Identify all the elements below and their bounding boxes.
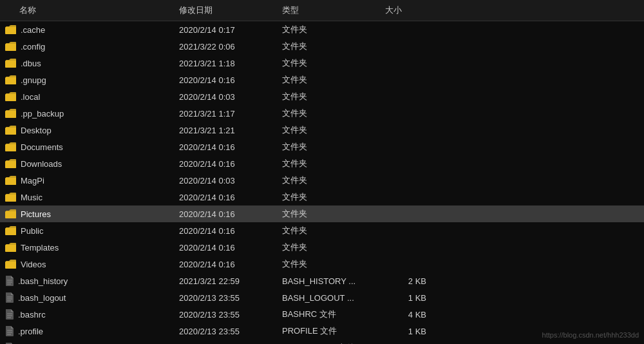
cell-extra — [431, 280, 644, 282]
table-row[interactable]: Downloads2020/2/14 0:16文件夹 — [0, 155, 644, 172]
col-name[interactable]: 名称 — [0, 3, 174, 18]
table-row[interactable]: .cache2020/2/14 0:17文件夹 — [0, 21, 644, 38]
cell-date: 2020/2/14 0:16 — [174, 158, 277, 170]
table-row[interactable]: Documents2020/2/14 0:16文件夹 — [0, 139, 644, 155]
folder-icon — [5, 126, 17, 135]
cell-size: 1 KB — [380, 342, 431, 345]
cell-extra — [431, 129, 644, 131]
table-body[interactable]: .cache2020/2/14 0:17文件夹 .config2021/3/22… — [0, 21, 644, 344]
table-row[interactable]: .bash_history2021/3/21 22:59BASH_HISTORY… — [0, 272, 644, 289]
table-row[interactable]: .dbus2021/3/21 1:18文件夹 — [0, 55, 644, 72]
file-name: Templates — [21, 243, 59, 253]
table-row[interactable]: .gnupg2020/2/14 0:16文件夹 — [0, 72, 644, 88]
cell-extra — [431, 28, 644, 31]
cell-name: Videos — [0, 258, 174, 271]
cell-date: 2020/2/14 0:03 — [174, 91, 277, 103]
cell-name: Pictures — [0, 208, 174, 220]
cell-type: XAUTHORITY 文件 — [277, 341, 380, 344]
cell-size — [380, 112, 431, 115]
table-row[interactable]: Videos2020/2/14 0:16文件夹 — [0, 256, 644, 272]
cell-size — [380, 95, 431, 98]
cell-date: 2020/2/14 0:16 — [174, 208, 277, 220]
cell-name: .pp_backup — [0, 108, 174, 120]
table-row[interactable]: Music2020/2/14 0:16文件夹 — [0, 189, 644, 205]
cell-size — [380, 246, 431, 249]
watermark: https://blog.csdn.net/hhh233dd — [542, 331, 639, 339]
cell-size — [380, 45, 431, 48]
file-icon — [5, 292, 14, 303]
cell-date: 2020/2/13 23:55 — [174, 309, 277, 321]
col-type[interactable]: 类型 — [277, 3, 380, 18]
table-row[interactable]: .bash_logout2020/2/13 23:55BASH_LOGOUT .… — [0, 289, 644, 306]
folder-icon — [5, 109, 17, 118]
file-name: Music — [21, 193, 43, 202]
cell-extra — [431, 179, 644, 182]
cell-extra — [431, 246, 644, 249]
file-icon — [5, 276, 14, 286]
cell-name: Desktop — [0, 124, 174, 137]
table-row[interactable]: .pp_backup2021/3/21 1:17文件夹 — [0, 105, 644, 122]
cell-type: 文件夹 — [277, 90, 380, 104]
cell-name: MagPi — [0, 175, 174, 187]
cell-type: 文件夹 — [277, 224, 380, 238]
folder-icon — [5, 176, 17, 185]
file-icon — [5, 326, 14, 336]
table-row[interactable]: .bashrc2020/2/13 23:55BASHRC 文件4 KB — [0, 306, 644, 323]
table-row[interactable]: Desktop2021/3/21 1:21文件夹 — [0, 122, 644, 139]
file-name: .dbus — [21, 59, 41, 68]
cell-type: 文件夹 — [277, 240, 380, 254]
cell-date: 2020/2/14 0:16 — [174, 258, 277, 271]
file-name: Documents — [21, 142, 63, 152]
cell-extra — [431, 62, 644, 64]
cell-size: 4 KB — [380, 309, 431, 321]
cell-type: 文件夹 — [277, 106, 380, 120]
cell-extra — [431, 162, 644, 165]
cell-type: 文件夹 — [277, 23, 380, 37]
file-name: Public — [21, 226, 43, 236]
cell-date: 2020/2/14 0:16 — [174, 225, 277, 237]
cell-name: .dbus — [0, 57, 174, 70]
cell-size — [380, 213, 431, 215]
cell-extra — [431, 45, 644, 48]
table-row[interactable]: .Xauthority2021/3/21 22:18XAUTHORITY 文件1… — [0, 339, 644, 344]
cell-size — [380, 263, 431, 265]
cell-name: Downloads — [0, 158, 174, 170]
cell-date: 2020/2/14 0:16 — [174, 141, 277, 153]
col-extra — [431, 3, 644, 18]
cell-type: 文件夹 — [277, 123, 380, 137]
cell-size: 1 KB — [380, 325, 431, 338]
cell-date: 2021/3/21 22:59 — [174, 275, 277, 287]
table-row[interactable]: Templates2020/2/14 0:16文件夹 — [0, 239, 644, 256]
file-name: .gnupg — [21, 75, 46, 85]
cell-name: .bash_logout — [0, 291, 174, 304]
cell-type: 文件夹 — [277, 257, 380, 271]
cell-date: 2021/3/21 1:21 — [174, 124, 277, 137]
file-name: .bash_history — [18, 276, 68, 286]
cell-extra — [431, 229, 644, 232]
cell-date: 2020/2/13 23:55 — [174, 292, 277, 304]
folder-icon — [5, 260, 17, 269]
table-row[interactable]: .config2021/3/22 0:06文件夹 — [0, 38, 644, 55]
table-row[interactable]: MagPi2020/2/14 0:03文件夹 — [0, 172, 644, 189]
cell-extra — [431, 263, 644, 265]
folder-icon — [5, 92, 17, 101]
cell-name: Templates — [0, 242, 174, 254]
table-header: 名称 修改日期 类型 大小 — [0, 0, 644, 21]
table-row[interactable]: .local2020/2/14 0:03文件夹 — [0, 88, 644, 105]
file-name: MagPi — [21, 176, 44, 186]
file-name: Downloads — [21, 159, 62, 169]
table-row[interactable]: Pictures2020/2/14 0:16文件夹 — [0, 205, 644, 222]
cell-type: 文件夹 — [277, 190, 380, 204]
cell-type: 文件夹 — [277, 173, 380, 187]
cell-type: 文件夹 — [277, 73, 380, 87]
file-name: Desktop — [21, 126, 52, 135]
file-manager: 名称 修改日期 类型 大小 .cache2020/2/14 0:17文件夹 .c… — [0, 0, 644, 344]
cell-name: .config — [0, 41, 174, 53]
cell-size: 1 KB — [380, 292, 431, 304]
col-size[interactable]: 大小 — [380, 3, 431, 18]
file-icon — [5, 309, 14, 320]
folder-icon — [5, 226, 17, 235]
cell-size — [380, 28, 431, 31]
table-row[interactable]: Public2020/2/14 0:16文件夹 — [0, 222, 644, 239]
col-date[interactable]: 修改日期 — [174, 3, 277, 18]
